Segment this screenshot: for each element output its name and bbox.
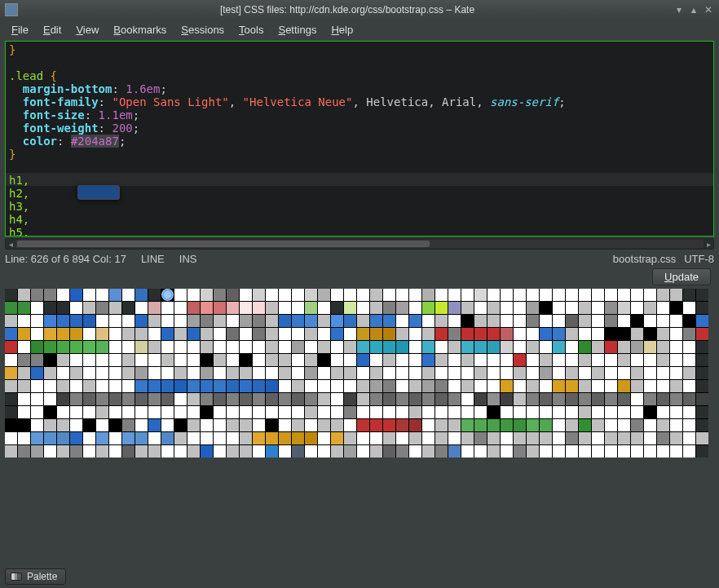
palette-swatch[interactable]: [5, 289, 17, 301]
palette-swatch[interactable]: [396, 328, 408, 340]
palette-swatch[interactable]: [279, 406, 291, 418]
update-button[interactable]: Update: [652, 268, 711, 285]
palette-swatch[interactable]: [70, 367, 82, 379]
palette-swatch[interactable]: [461, 289, 474, 301]
palette-swatch[interactable]: [553, 315, 565, 327]
palette-swatch[interactable]: [18, 302, 30, 314]
palette-swatch[interactable]: [474, 341, 487, 353]
palette-swatch[interactable]: [409, 406, 421, 418]
palette-swatch[interactable]: [396, 445, 408, 458]
menu-settings[interactable]: Settings: [271, 22, 323, 38]
palette-swatch[interactable]: [214, 380, 226, 392]
palette-swatch[interactable]: [83, 354, 95, 366]
palette-swatch[interactable]: [135, 432, 148, 444]
palette-swatch[interactable]: [161, 354, 174, 366]
palette-swatch[interactable]: [109, 315, 121, 327]
palette-swatch[interactable]: [161, 315, 174, 327]
palette-swatch[interactable]: [318, 406, 330, 418]
palette-swatch[interactable]: [579, 302, 591, 314]
palette-swatch[interactable]: [357, 406, 369, 418]
palette-swatch[interactable]: [422, 302, 434, 314]
palette-swatch[interactable]: [501, 380, 513, 392]
palette-swatch[interactable]: [422, 354, 434, 366]
palette-swatch[interactable]: [370, 445, 382, 458]
palette-swatch[interactable]: [187, 341, 200, 353]
palette-swatch[interactable]: [605, 445, 617, 458]
palette-swatch[interactable]: [148, 445, 161, 458]
palette-swatch[interactable]: [501, 341, 513, 353]
palette-swatch[interactable]: [409, 328, 421, 340]
palette-swatch[interactable]: [566, 406, 578, 418]
palette-swatch[interactable]: [266, 380, 278, 392]
palette-swatch[interactable]: [357, 380, 369, 392]
palette-swatch[interactable]: [422, 406, 434, 418]
palette-swatch[interactable]: [514, 354, 526, 366]
palette-swatch[interactable]: [18, 419, 30, 431]
palette-swatch[interactable]: [174, 445, 187, 458]
palette-swatch[interactable]: [618, 419, 630, 431]
palette-swatch[interactable]: [514, 315, 526, 327]
palette-swatch[interactable]: [57, 289, 69, 301]
palette-swatch[interactable]: [240, 289, 252, 301]
palette-swatch[interactable]: [31, 432, 43, 444]
palette-swatch[interactable]: [435, 328, 448, 340]
palette-swatch[interactable]: [266, 302, 278, 314]
palette-swatch[interactable]: [631, 341, 643, 353]
palette-swatch[interactable]: [605, 341, 617, 353]
palette-swatch[interactable]: [214, 289, 226, 301]
palette-swatch[interactable]: [57, 406, 69, 418]
palette-swatch[interactable]: [461, 315, 474, 327]
palette-swatch[interactable]: [592, 380, 604, 392]
palette-swatch[interactable]: [305, 341, 317, 353]
palette-swatch[interactable]: [96, 393, 108, 405]
palette-swatch[interactable]: [448, 354, 461, 366]
palette-swatch[interactable]: [644, 419, 656, 431]
palette-swatch[interactable]: [240, 315, 252, 327]
palette-swatch[interactable]: [566, 419, 578, 431]
palette-swatch[interactable]: [553, 302, 565, 314]
palette-swatch[interactable]: [357, 341, 369, 353]
palette-swatch[interactable]: [109, 406, 121, 418]
palette-swatch[interactable]: [448, 367, 461, 379]
palette-swatch[interactable]: [670, 302, 682, 314]
palette-swatch[interactable]: [461, 328, 474, 340]
palette-swatch[interactable]: [122, 393, 135, 405]
palette-swatch[interactable]: [644, 289, 656, 301]
palette-swatch[interactable]: [161, 419, 174, 431]
palette-swatch[interactable]: [292, 289, 304, 301]
palette-swatch[interactable]: [461, 380, 474, 392]
palette-swatch[interactable]: [227, 419, 239, 431]
palette-swatch[interactable]: [605, 289, 617, 301]
palette-swatch[interactable]: [148, 406, 161, 418]
palette-swatch[interactable]: [96, 341, 108, 353]
palette-swatch[interactable]: [96, 380, 108, 392]
palette-swatch[interactable]: [201, 380, 213, 392]
palette-swatch[interactable]: [227, 393, 239, 405]
palette-swatch[interactable]: [187, 302, 200, 314]
palette-swatch[interactable]: [318, 419, 330, 431]
palette-swatch[interactable]: [514, 380, 526, 392]
palette-swatch[interactable]: [253, 419, 265, 431]
palette-swatch[interactable]: [435, 406, 448, 418]
palette-swatch[interactable]: [174, 354, 187, 366]
palette-swatch[interactable]: [383, 354, 395, 366]
palette-swatch[interactable]: [292, 432, 304, 444]
palette-swatch[interactable]: [448, 289, 461, 301]
palette-swatch[interactable]: [696, 328, 708, 340]
palette-swatch[interactable]: [566, 289, 578, 301]
palette-swatch[interactable]: [618, 302, 630, 314]
palette-swatch[interactable]: [174, 432, 187, 444]
palette-swatch[interactable]: [201, 328, 213, 340]
palette-swatch[interactable]: [448, 328, 461, 340]
palette-swatch[interactable]: [305, 354, 317, 366]
palette-swatch[interactable]: [318, 315, 330, 327]
scroll-thumb[interactable]: [17, 241, 430, 247]
palette-swatch[interactable]: [540, 328, 552, 340]
palette-swatch[interactable]: [501, 354, 513, 366]
palette-swatch[interactable]: [187, 380, 200, 392]
palette-swatch[interactable]: [31, 380, 43, 392]
palette-swatch[interactable]: [122, 367, 135, 379]
palette-swatch[interactable]: [605, 432, 617, 444]
palette-swatch[interactable]: [461, 367, 474, 379]
palette-swatch[interactable]: [214, 432, 226, 444]
